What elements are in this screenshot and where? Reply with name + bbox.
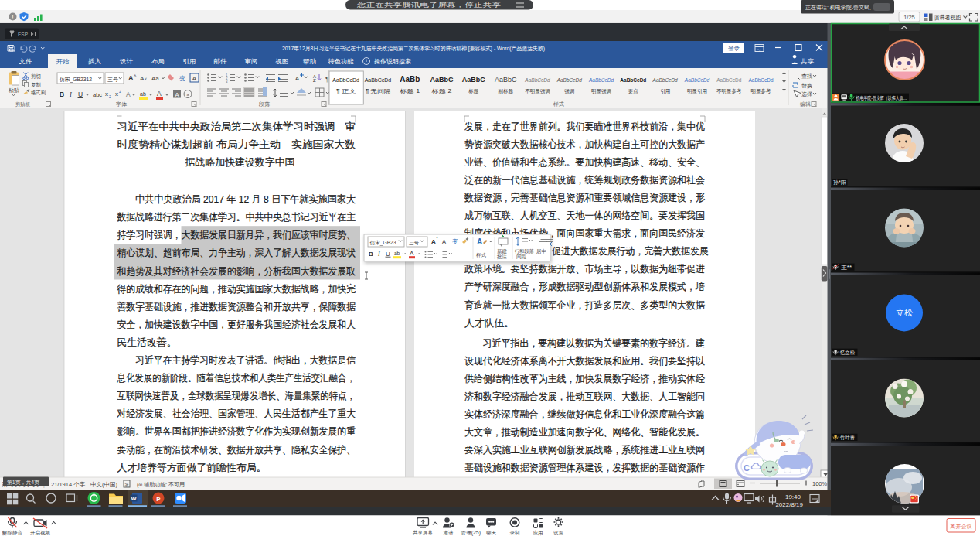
svg-text:复制: 复制 — [31, 82, 41, 88]
svg-text:孙*阳: 孙*阳 — [833, 179, 846, 186]
svg-text:要深入实施工业互联网创新发展战略，系统推进工业互联网: 要深入实施工业互联网创新发展战略，系统推进工业互联网 — [464, 444, 705, 456]
svg-text:数据资源，完善基础信息资源和重要领域信息资源建设，形: 数据资源，完善基础信息资源和重要领域信息资源建设，形 — [464, 192, 705, 203]
svg-text:设计: 设计 — [120, 58, 133, 65]
svg-text:正在讲话: 机电学院-曾文斌,: 正在讲话: 机电学院-曾文斌, — [805, 4, 871, 11]
svg-text:离开会议: 离开会议 — [950, 524, 972, 530]
svg-text:人才培养等方面做了前瞻性布局。: 人才培养等方面做了前瞻性布局。 — [117, 462, 267, 473]
svg-text:成万物互联、人机交互、天地一体的网络空间。要发挥我国: 成万物互联、人机交互、天地一体的网络空间。要发挥我国 — [464, 210, 705, 221]
svg-text:要点: 要点 — [628, 88, 639, 94]
svg-text:2: 2 — [109, 94, 111, 99]
svg-text:AaBbCcDd: AaBbCcDd — [556, 77, 583, 83]
svg-text:!: ! — [12, 15, 13, 20]
svg-text:AaBbCcDd: AaBbCcDd — [716, 77, 742, 83]
svg-text:开启视频: 开启视频 — [30, 530, 50, 536]
svg-text:引用: 引用 — [660, 88, 670, 94]
svg-text:促进大数据发展行动，完善大数据发展: 促进大数据发展行动，完善大数据发展 — [551, 245, 709, 257]
svg-text:解除静音: 解除静音 — [2, 530, 22, 536]
svg-text:¶ 无间隔: ¶ 无间隔 — [366, 88, 391, 94]
svg-text:段落: 段落 — [258, 101, 270, 108]
svg-text:选择: 选择 — [801, 91, 812, 97]
svg-text:强调: 强调 — [564, 88, 574, 94]
svg-text:明显引用: 明显引用 — [687, 88, 707, 94]
svg-text:格式刷: 格式刷 — [30, 90, 46, 96]
svg-text:变: 变 — [179, 75, 185, 82]
svg-text:不明显参考: 不明显参考 — [716, 88, 742, 94]
svg-text:势资源突破大数据核心技术，加快构建自主可控的大数据产: 势资源突破大数据核心技术，加快构建自主可控的大数据产 — [464, 138, 705, 150]
svg-text:息化发展的新阶段。随着信息技术和人类生产生活交汇融合，: 息化发展的新阶段。随着信息技术和人类生产生活交汇融合， — [117, 372, 356, 384]
svg-text:基础设施和数据资源管理体系建设，发挥数据的基础资源作: 基础设施和数据资源管理体系建设，发挥数据的基础资源作 — [464, 462, 705, 473]
svg-text:善数字基础设施，推进数据资源整合和开放共享，保障数据: 善数字基础设施，推进数据资源整合和开放共享，保障数据 — [117, 301, 356, 312]
svg-text:精心谋划、超前布局、力争主动，深入了解大数据发展现状: 精心谋划、超前布局、力争主动，深入了解大数据发展现状 — [117, 247, 356, 258]
svg-text:操作说明搜索: 操作说明搜索 — [374, 58, 411, 65]
svg-text:产学研深度融合，形成数据驱动型创新体系和发展模式，培: 产学研深度融合，形成数据驱动型创新体系和发展模式，培 — [464, 281, 705, 292]
svg-text:19:40: 19:40 — [785, 493, 801, 500]
svg-text:开始: 开始 — [56, 58, 70, 65]
svg-text:特色功能: 特色功能 — [327, 58, 353, 65]
svg-text:录制: 录制 — [510, 530, 520, 536]
svg-text:AaBbCcDd: AaBbCcDd — [365, 77, 392, 83]
svg-text:业链、价值链和生态系统。要加快构建高速、移动、安全、: 业链、价值链和生态系统。要加快构建高速、移动、安全、 — [464, 156, 705, 168]
svg-text:管理(25): 管理(25) — [461, 530, 481, 536]
svg-text:A: A — [295, 75, 299, 82]
svg-text:变: 变 — [452, 238, 458, 245]
svg-text:人才队伍。: 人才队伍。 — [464, 317, 514, 329]
svg-text:泛在的新一代信息基础设施，统筹规划政务数据资源和社会: 泛在的新一代信息基础设施，统筹规划政务数据资源和社会 — [464, 174, 705, 186]
svg-text:立松: 立松 — [896, 308, 913, 317]
svg-text:您正在共享腾讯电子屏幕，停止共享: 您正在共享腾讯电子屏幕，停止共享 — [356, 2, 501, 9]
svg-text:习近平在主持学习时发表了讲话。他指出，大数据是信: 习近平在主持学习时发表了讲话。他指出，大数据是信 — [135, 354, 356, 366]
svg-text:ˆ: ˆ — [437, 237, 438, 241]
svg-text:聊天: 聊天 — [486, 530, 496, 536]
svg-text:1/25: 1/25 — [903, 14, 915, 21]
svg-text:明显参考: 明显参考 — [751, 88, 772, 94]
svg-text:abc: abc — [93, 91, 102, 98]
svg-text:共享屏幕: 共享屏幕 — [413, 530, 433, 536]
svg-text:中共中央政治局 2017 年 12 月 8 日下午就实施国家: 中共中央政治局 2017 年 12 月 8 日下午就实施国家大 — [135, 193, 356, 205]
svg-text:A: A — [410, 250, 414, 257]
svg-text:˅: ˅ — [145, 77, 147, 81]
svg-text:时度势精心谋划超前 布局力争主动 实施国家大数: 时度势精心谋划超前 布局力争主动 实施国家大数 — [117, 138, 356, 150]
svg-text:¶ 正文: ¶ 正文 — [336, 88, 357, 94]
svg-text:AaBbCcDd: AaBbCcDd — [652, 77, 679, 83]
svg-text:习近平指出，要构建以数据为关键要素的数字经济。建: 习近平指出，要构建以数据为关键要素的数字经济。建 — [483, 337, 706, 349]
svg-text:¶: ¶ — [325, 75, 329, 83]
svg-text:ESP: ESP — [18, 32, 28, 37]
svg-text:育造就一批大数据领军企业，打造多层次、多类型的大数据: 育造就一批大数据领军企业，打造多层次、多类型的大数据 — [464, 299, 705, 311]
svg-text:影响。世界各国都把推进经济数字化作为实现创新发展的重: 影响。世界各国都把推进经济数字化作为实现创新发展的重 — [117, 425, 356, 437]
svg-text:AaBbC: AaBbC — [462, 76, 486, 84]
svg-text:B: B — [369, 251, 373, 258]
svg-text:AaBbC: AaBbC — [430, 76, 454, 84]
svg-text:副标题: 副标题 — [498, 88, 513, 94]
svg-text:忆立松: 忆立松 — [839, 350, 855, 355]
svg-text:x: x — [105, 90, 108, 97]
svg-text:C: C — [744, 463, 750, 473]
svg-text:Z: Z — [313, 78, 316, 83]
svg-text:和趋势及其对经济社会发展的影响，分析我国大数据发展取: 和趋势及其对经济社会发展的影响，分析我国大数据发展取 — [117, 265, 356, 277]
svg-text:标题: 标题 — [468, 88, 479, 94]
svg-text:改: 改 — [125, 483, 129, 487]
svg-text:明显强调: 明显强调 — [591, 88, 611, 94]
svg-text:民生活改善。: 民生活改善。 — [117, 336, 177, 348]
svg-text:ab: ab — [394, 251, 400, 256]
svg-text:实体经济深度融合，继续做好信息化和工业化深度融合这篇: 实体经济深度融合，继续做好信息化和工业化深度融合这篇 — [464, 408, 705, 420]
svg-text:AaBbCcDd: AaBbCcDd — [684, 77, 710, 83]
svg-text:济和数字经济融合发展，推动互联网、大数据、人工智能同: 济和数字经济融合发展，推动互联网、大数据、人工智能同 — [464, 391, 705, 402]
svg-text:习近平在中共中央政治局第二次集体学习时强调 审: 习近平在中共中央政治局第二次集体学习时强调 审 — [117, 121, 356, 132]
svg-text:发展，走在了世界前列。我们要瞄准世界科技前沿，集中优: 发展，走在了世界前列。我们要瞄准世界科技前沿，集中优 — [464, 121, 705, 132]
svg-text:剪切: 剪切 — [31, 73, 41, 80]
svg-text:共享: 共享 — [801, 58, 814, 65]
svg-text:中文(中国): 中文(中国) — [90, 481, 117, 488]
svg-text:引用: 引用 — [183, 58, 196, 65]
svg-text:要动能，在前沿技术研发、数据开放共享、隐私安全保护、: 要动能，在前沿技术研发、数据开放共享、隐私安全保护、 — [117, 444, 356, 456]
svg-text:替换: 替换 — [801, 83, 812, 89]
svg-text:应用: 应用 — [533, 530, 543, 536]
svg-text:A: A — [431, 238, 436, 245]
svg-text:据战略加快建设数字中国: 据战略加快建设数字中国 — [185, 156, 295, 168]
svg-text:AaBb: AaBb — [400, 75, 420, 84]
svg-text:邮件: 邮件 — [214, 58, 227, 65]
svg-text:U: U — [386, 251, 390, 258]
svg-text:供给侧结构性改革为主线，加快发展数字经济，推动实体经: 供给侧结构性改革为主线，加快发展数字经济，推动实体经 — [464, 373, 705, 384]
svg-text:持学习时强调，大数据发展日新月异，我们应该审时度势、: 持学习时强调，大数据发展日新月异，我们应该审时度势、 — [117, 229, 356, 241]
svg-text:插入: 插入 — [88, 58, 101, 65]
svg-text:大文章，推动制造业加速向数字化、网络化、智能化发展。: 大文章，推动制造业加速向数字化、网络化、智能化发展。 — [464, 426, 705, 438]
svg-text:2017年12月8日习近平总书记在十九届中央政治局第二次集体: 2017年12月8日习近平总书记在十九届中央政治局第二次集体学习时的讲话精神 [… — [282, 45, 545, 52]
